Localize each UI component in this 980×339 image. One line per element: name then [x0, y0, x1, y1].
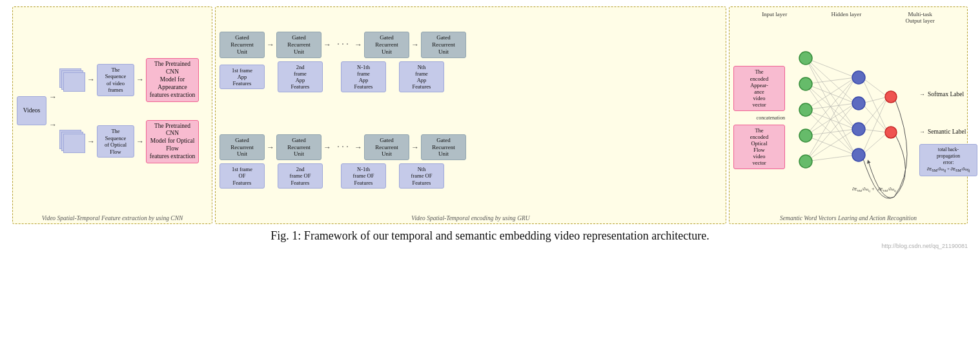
- watermark: http://blog.csdn.net/qq_21190081: [12, 243, 968, 249]
- softmax-label: Softmax Label: [928, 91, 964, 98]
- arr-of3: →: [354, 143, 362, 152]
- svg-line-19: [806, 155, 855, 161]
- svg-point-33: [852, 71, 865, 84]
- arr1: →: [87, 75, 95, 85]
- arr-gru2: →: [323, 40, 331, 50]
- feat-app-3: N-1thframeAppFeatures: [341, 61, 386, 93]
- encoded-optical: TheencodedOpticalFlowvideovector: [733, 125, 785, 169]
- arr-of4: →: [411, 143, 419, 152]
- svg-line-8: [806, 77, 855, 110]
- seq-optical: TheSequenceof OpticalFlow: [97, 125, 134, 158]
- svg-line-22: [862, 97, 888, 103]
- svg-line-4: [806, 77, 855, 84]
- arr4: →: [136, 137, 144, 147]
- svg-point-30: [799, 103, 812, 116]
- svg-line-12: [806, 77, 855, 136]
- arr-gru1: →: [267, 40, 274, 50]
- feat-of-4: Nthframe OFFeatures: [399, 163, 444, 189]
- cnn-optical: The Pretrained CNNModel for Optical Flow…: [146, 120, 199, 163]
- feat-app-row: 1st frameAppFeatures 2ndframeAppFeatures…: [219, 61, 722, 93]
- svg-line-18: [806, 129, 855, 161]
- gru-app-1: GatedRecurrentUnit: [219, 32, 265, 57]
- svg-line-16: [806, 77, 855, 161]
- svg-point-31: [799, 129, 812, 142]
- svg-point-35: [852, 123, 865, 136]
- backprop-box: total back-propagationerror: ∂ESM/∂ωij +…: [919, 144, 977, 176]
- dots1: · · ·: [333, 39, 352, 50]
- svg-line-23: [862, 103, 888, 132]
- input-layer-label: Input layer: [762, 11, 787, 24]
- svg-line-0: [806, 58, 855, 77]
- svg-line-25: [862, 129, 888, 132]
- neural-net-svg: ∂ESM/∂ωij + ∂ESM/∂ωfj: [788, 26, 917, 207]
- section-cnn: Videos → → → TheSequenceof videoframes →: [12, 6, 212, 224]
- svg-text:+: +: [872, 186, 875, 192]
- feat-of-3: N-1thframe OFFeatures: [341, 163, 386, 189]
- section1-label: Video Spatial-Temporal Feature extractio…: [42, 215, 183, 221]
- section-gru: GatedRecurrentUnit → GatedRecurrentUnit …: [215, 6, 726, 224]
- svg-text:∂ESM/∂ωfj: ∂ESM/∂ωfj: [878, 187, 896, 192]
- dots2: · · ·: [333, 142, 352, 152]
- svg-line-20: [862, 77, 888, 97]
- svg-point-36: [852, 149, 865, 161]
- feat-of-1: 1st frameOFFeatures: [219, 163, 265, 189]
- gru-of-2: GatedRecurrentUnit: [276, 134, 322, 160]
- section3-label: Semantic Word Vectors Learing and Action…: [780, 215, 917, 221]
- feat-of-row: 1st frameOFFeatures 2ndframe OFFeatures …: [219, 163, 722, 189]
- layer-labels: Input layer Hidden layer Multi-taskOutpu…: [733, 11, 963, 24]
- arr-gru4: →: [411, 40, 419, 50]
- svg-point-38: [885, 127, 897, 138]
- videos-box: Videos: [17, 96, 46, 126]
- seq-appearance: TheSequenceof videoframes: [97, 64, 134, 97]
- appearance-frames: [59, 68, 85, 92]
- svg-point-32: [799, 155, 812, 168]
- svg-point-34: [852, 97, 865, 110]
- gru-app-3: GatedRecurrentUnit: [364, 32, 409, 57]
- arr-of2: →: [323, 143, 331, 152]
- gru-app-2: GatedRecurrentUnit: [276, 32, 322, 57]
- figure-caption: Fig. 1: Framework of our temporal and se…: [271, 229, 709, 243]
- gru-of-3: GatedRecurrentUnit: [364, 134, 409, 160]
- feat-of-2: 2ndframe OFFeatures: [278, 163, 323, 189]
- svg-point-37: [885, 91, 897, 103]
- arr3: →: [87, 137, 95, 147]
- main-diagram: Videos → → → TheSequenceof videoframes →: [12, 6, 968, 224]
- feat-app-1: 1st frameAppFeatures: [219, 65, 265, 90]
- gru-app-row: GatedRecurrentUnit → GatedRecurrentUnit …: [219, 32, 722, 57]
- svg-point-28: [799, 52, 812, 65]
- encoded-appearance: TheencodedAppear-ancevideovector: [733, 66, 785, 110]
- optical-frames: [59, 130, 85, 153]
- hidden-layer-label: Hidden layer: [832, 11, 862, 24]
- svg-line-27: [862, 132, 888, 155]
- cnn-appearance: The Pretrained CNNModel for Appearancefe…: [146, 58, 199, 101]
- gru-of-1: GatedRecurrentUnit: [219, 134, 265, 160]
- output-layer-label: Multi-taskOutput layer: [906, 11, 935, 24]
- section-nn: Input layer Hidden layer Multi-taskOutpu…: [729, 6, 968, 224]
- svg-text:∂ESM/∂ωij: ∂ESM/∂ωij: [852, 187, 870, 192]
- arrow-top: →: [49, 92, 57, 102]
- gru-app-4: GatedRecurrentUnit: [421, 32, 466, 57]
- gru-of-row: GatedRecurrentUnit → GatedRecurrentUnit …: [219, 134, 722, 160]
- arr-gru3: →: [354, 40, 362, 50]
- arrow-bottom: →: [49, 120, 57, 130]
- arr-of1: →: [267, 143, 274, 152]
- svg-line-26: [862, 97, 888, 155]
- concatenation-label: concatenation: [757, 115, 785, 121]
- feat-app-2: 2ndframeAppFeatures: [278, 61, 323, 93]
- svg-point-29: [799, 77, 812, 90]
- section2-label: Video Spatial-Temporal encoding by using…: [411, 215, 529, 221]
- gru-of-4: GatedRecurrentUnit: [421, 134, 466, 160]
- semantic-label: Semantic Label: [928, 128, 966, 135]
- feat-app-4: NthframeAppFeatures: [399, 61, 444, 93]
- svg-line-17: [806, 103, 855, 161]
- arr2: →: [136, 75, 144, 85]
